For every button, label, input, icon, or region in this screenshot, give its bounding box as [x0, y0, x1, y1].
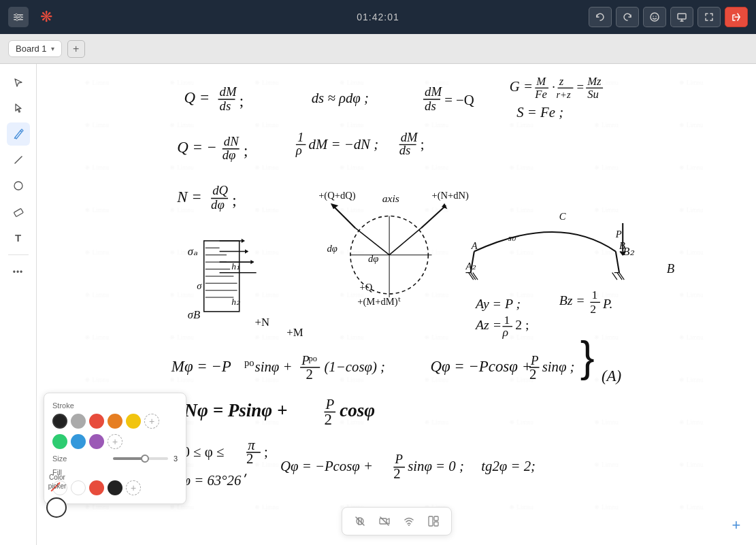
eraser-icon	[12, 205, 24, 218]
svg-point-4	[20, 16, 22, 18]
fill-color-black[interactable]	[108, 480, 122, 495]
svg-text:=: =	[577, 80, 585, 94]
size-value: 3	[174, 455, 178, 463]
svg-text:Mφ = −P: Mφ = −P	[171, 358, 231, 375]
svg-line-102	[355, 228, 389, 255]
eraser-tool[interactable]	[7, 200, 30, 223]
stroke-color-purple[interactable]	[89, 434, 104, 449]
svg-text:0 ≤ φ ≤: 0 ≤ φ ≤	[183, 444, 225, 460]
svg-text:cosφ: cosφ	[340, 400, 375, 420]
svg-text:Q =: Q =	[184, 89, 210, 106]
svg-line-104	[333, 205, 355, 228]
svg-text:φ = 63°26ʹ: φ = 63°26ʹ	[183, 472, 248, 489]
fill-color-white[interactable]	[71, 480, 86, 495]
svg-text:A: A	[471, 240, 478, 251]
undo-icon	[595, 12, 606, 22]
wifi-icon	[403, 515, 415, 527]
fullscreen-button[interactable]	[697, 7, 721, 27]
svg-rect-151	[434, 522, 438, 526]
video-button[interactable]	[375, 512, 394, 531]
line-tool[interactable]	[7, 148, 30, 171]
add-board-icon: +	[73, 43, 79, 55]
emoji-button[interactable]	[643, 7, 666, 27]
stroke-color-add-2[interactable]: +	[108, 434, 122, 449]
stroke-color-black[interactable]	[52, 414, 67, 429]
svg-text:σB: σB	[188, 308, 200, 321]
stroke-label: Stroke	[52, 401, 178, 410]
pen-tool[interactable]	[7, 122, 30, 146]
svg-text:N =: N =	[176, 188, 201, 205]
svg-text:+(M+dM)ᵗ: +(M+dM)ᵗ	[357, 296, 400, 308]
add-board-button[interactable]: +	[67, 40, 85, 58]
svg-text:;: ;	[244, 142, 248, 159]
stroke-color-yellow[interactable]	[126, 414, 141, 429]
color-circle-button[interactable]	[46, 497, 67, 518]
svg-text:}: }	[580, 333, 595, 380]
text-tool[interactable]: T	[7, 226, 30, 249]
undo-button[interactable]	[589, 7, 612, 27]
svg-text:dM = −dN ;: dM = −dN ;	[309, 136, 379, 152]
video-icon	[378, 515, 391, 527]
stroke-color-orange[interactable]	[108, 414, 122, 429]
svg-text:h₁: h₁	[231, 261, 240, 271]
color-picker-label: Color picker	[44, 473, 71, 491]
redo-button[interactable]	[616, 7, 639, 27]
svg-text:C: C	[559, 211, 566, 222]
wifi-button[interactable]	[399, 512, 418, 531]
svg-text:ρ: ρ	[295, 143, 302, 157]
more-tools[interactable]: •••	[7, 261, 30, 284]
exit-icon	[731, 12, 742, 22]
board-tab-1[interactable]: Board 1 ▾	[8, 40, 62, 57]
svg-text:M: M	[536, 75, 546, 88]
size-slider[interactable]	[113, 457, 168, 460]
header-left: ❋	[8, 6, 57, 28]
line-icon	[12, 154, 24, 166]
mute-button[interactable]	[350, 512, 369, 531]
fill-colors-row: +	[52, 480, 178, 495]
canvas-area[interactable]: ❋ Limnu Q = dM ds ; ds ≈ ρdφ ; dM ds = −…	[37, 64, 756, 545]
svg-point-8	[655, 16, 657, 17]
stroke-color-gray[interactable]	[71, 414, 86, 429]
select-icon	[12, 76, 24, 88]
svg-text:P: P	[394, 452, 402, 466]
stroke-color-add[interactable]: +	[144, 414, 159, 429]
svg-text:A₂: A₂	[465, 261, 476, 271]
svg-text:= −Q: = −Q	[444, 92, 474, 108]
color-picker-text: Color picker	[48, 474, 67, 490]
svg-text:ds: ds	[399, 143, 411, 157]
svg-point-148	[408, 525, 410, 526]
layout-icon	[427, 515, 440, 527]
stroke-color-blue[interactable]	[71, 434, 86, 449]
select-tool[interactable]	[7, 71, 30, 94]
svg-text:Su: Su	[587, 88, 599, 101]
shape-tool[interactable]	[7, 174, 30, 197]
layout-button[interactable]	[424, 512, 443, 531]
svg-rect-149	[429, 516, 433, 526]
board-tab-label: Board 1	[16, 44, 47, 54]
fill-color-add[interactable]: +	[126, 480, 141, 495]
add-button[interactable]: +	[726, 515, 746, 535]
svg-text:dM: dM	[425, 84, 442, 99]
svg-text:Nφ = Psinφ +: Nφ = Psinφ +	[184, 400, 288, 420]
pointer-tool[interactable]	[7, 97, 30, 120]
svg-text:s₀: s₀	[508, 233, 516, 243]
svg-text:dM: dM	[220, 84, 237, 99]
svg-point-7	[653, 16, 654, 17]
stroke-color-green[interactable]	[52, 434, 67, 449]
screen-share-button[interactable]	[670, 7, 693, 27]
svg-text:dM: dM	[401, 130, 418, 144]
svg-text:Ay = P ;: Ay = P ;	[474, 296, 521, 311]
svg-text:+N: +N	[255, 316, 269, 329]
settings-icon	[13, 12, 24, 22]
stroke-color-red[interactable]	[89, 414, 104, 429]
size-label: Size	[52, 455, 108, 463]
svg-text:sinφ ;: sinφ ;	[542, 359, 575, 375]
size-row: Size 3	[52, 455, 178, 463]
settings-button[interactable]	[8, 7, 29, 27]
exit-button[interactable]	[725, 7, 748, 27]
svg-point-6	[651, 13, 659, 21]
fill-color-red[interactable]	[89, 480, 104, 495]
logo: ❋	[35, 6, 57, 28]
svg-text:2: 2	[306, 366, 312, 382]
text-icon: T	[15, 232, 21, 244]
